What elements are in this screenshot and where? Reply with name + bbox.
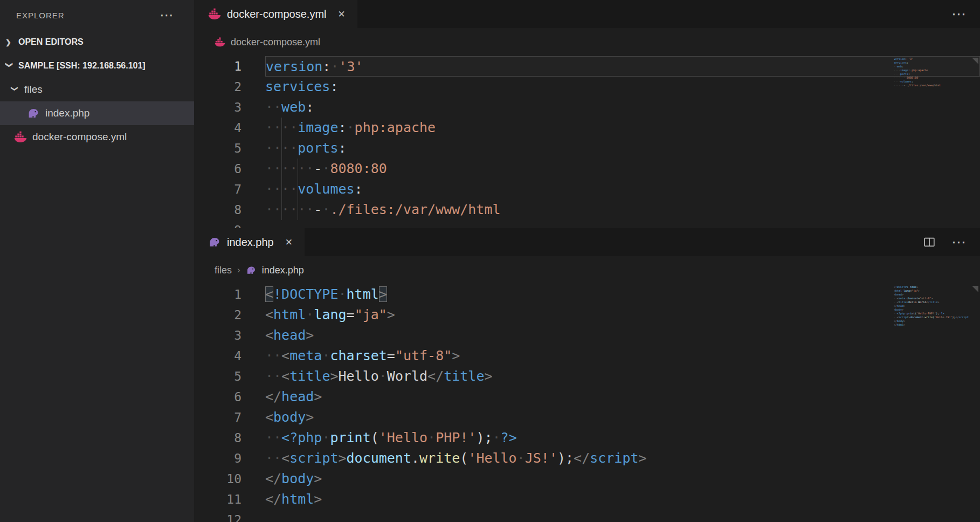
- tab-index-php[interactable]: index.php ✕: [194, 228, 305, 256]
- code-token: script: [590, 450, 638, 466]
- code-token: ·: [322, 161, 330, 176]
- code-token: Hello: [339, 368, 379, 384]
- code-token: -: [314, 161, 322, 176]
- minimap-line: ··web:: [894, 65, 969, 68]
- code-text: version:·'3': [265, 56, 980, 77]
- editor-actions: ⋯: [951, 0, 966, 28]
- code-token: 8080:80: [330, 161, 387, 176]
- code-token: lang: [314, 307, 346, 322]
- minimap[interactable]: <!DOCTYPE·html><html·lang="ja"><head>··<…: [894, 285, 969, 331]
- code-token: print: [330, 430, 370, 445]
- code-line[interactable]: 5··<title>Hello·World</title>: [194, 366, 980, 387]
- line-number: 1: [194, 284, 241, 305]
- code-token: ·: [322, 202, 330, 217]
- code-line[interactable]: 8······-·./files:/var/www/html: [194, 200, 980, 220]
- code-text: <!DOCTYPE·html>: [265, 284, 980, 305]
- code-line[interactable]: 10</body>: [194, 469, 980, 489]
- code-token: <: [281, 450, 289, 466]
- workspace-root-section-header[interactable]: ❯ SAMPLE [SSH: 192.168.56.101]: [0, 54, 194, 78]
- breadcrumb-separator-icon: ›: [237, 265, 240, 276]
- open-editors-section-header[interactable]: ❯ OPEN EDITORS: [0, 30, 194, 54]
- code-line[interactable]: 1version:·'3': [194, 56, 980, 77]
- line-number: 6: [194, 159, 241, 179]
- code-token: -: [314, 202, 322, 217]
- code-lines: 1version:·'3'2services:3··web:4····image…: [194, 56, 980, 228]
- code-token: >: [338, 450, 346, 466]
- minimap-line: <head>: [894, 293, 969, 297]
- explorer-more-icon[interactable]: ⋯: [160, 8, 174, 22]
- code-token: ?>: [501, 430, 517, 445]
- open-editors-label: OPEN EDITORS: [18, 37, 84, 47]
- code-line[interactable]: 12: [194, 510, 980, 522]
- code-token: ports: [298, 140, 338, 156]
- close-icon[interactable]: ✕: [285, 237, 293, 248]
- minimap-line: ······-·./files:/var/www/html: [894, 84, 969, 87]
- more-actions-icon[interactable]: ⋯: [951, 7, 966, 22]
- code-token: script: [289, 450, 338, 466]
- code-text: <body>: [265, 407, 980, 428]
- chevron-down-icon: ❯: [11, 86, 19, 94]
- code-token: html: [273, 307, 306, 322]
- tree-item-files-folder[interactable]: ❯ files: [0, 78, 194, 101]
- code-token: ·: [322, 348, 330, 363]
- code-text: </body>: [265, 469, 980, 489]
- code-token: </: [427, 368, 444, 384]
- chevron-down-icon: ❯: [5, 62, 13, 70]
- minimap-line: ··<meta·charset="utf-8">: [894, 297, 969, 300]
- code-line[interactable]: 9··<script>document.write('Hello·JS!');<…: [194, 448, 980, 469]
- code-token: write: [419, 450, 460, 466]
- breadcrumb-item-folder[interactable]: files: [215, 265, 232, 276]
- docker-whale-icon: [208, 8, 221, 20]
- code-token: ··: [265, 450, 281, 466]
- code-line[interactable]: 1<!DOCTYPE·html>: [194, 284, 980, 305]
- code-token: ·: [306, 307, 314, 322]
- code-token: ··: [265, 348, 281, 363]
- code-token: :: [355, 181, 363, 197]
- breadcrumb-item-file[interactable]: index.php: [262, 265, 304, 276]
- line-number: 10: [194, 469, 241, 489]
- code-line[interactable]: 4··<meta·charset="utf-8">: [194, 346, 980, 366]
- code-line[interactable]: 8··<?php·print('Hello·PHP!');·?>: [194, 428, 980, 448]
- php-elephant-icon: [208, 236, 221, 249]
- code-token: >: [306, 327, 314, 343]
- code-line[interactable]: 2services:: [194, 77, 980, 97]
- tree-item-docker-compose[interactable]: docker-compose.yml: [0, 125, 194, 149]
- line-number: 1: [194, 56, 241, 77]
- code-line[interactable]: 7····volumes:: [194, 179, 980, 200]
- code-token: >: [306, 409, 314, 425]
- code-token: version: [266, 59, 322, 74]
- code-line[interactable]: 2<html·lang="ja">: [194, 305, 980, 325]
- code-token: ): [476, 430, 484, 445]
- minimap-line: ··<script>document.write('Hello·JS!');</…: [894, 315, 969, 319]
- more-actions-icon[interactable]: ⋯: [951, 235, 966, 250]
- line-number: 2: [194, 305, 241, 325]
- code-line[interactable]: 5····ports:: [194, 138, 980, 159]
- code-line[interactable]: 6</head>: [194, 387, 980, 407]
- code-line[interactable]: 7<body>: [194, 407, 980, 428]
- line-number: 5: [194, 138, 241, 159]
- code-line[interactable]: 11</html>: [194, 489, 980, 510]
- split-editor-icon[interactable]: [923, 236, 935, 248]
- code-token: </: [265, 491, 281, 507]
- tree-item-label: index.php: [45, 107, 89, 119]
- code-editor-docker-compose[interactable]: 1version:·'3'2services:3··web:4····image…: [194, 56, 980, 228]
- minimap-line: [894, 87, 969, 91]
- code-token: World: [387, 368, 427, 384]
- tab-docker-compose-yml[interactable]: docker-compose.yml ✕: [194, 0, 357, 28]
- breadcrumb-item-file[interactable]: docker-compose.yml: [231, 37, 320, 48]
- code-line[interactable]: 6······-·8080:80: [194, 159, 980, 179]
- code-token: '3': [339, 59, 363, 74]
- minimap[interactable]: version:·'3'services:··web:····image:·ph…: [894, 57, 969, 91]
- code-token: 'Hello: [379, 430, 427, 445]
- code-editor-index-php[interactable]: 1<!DOCTYPE·html>2<html·lang="ja">3<head>…: [194, 284, 980, 522]
- code-line[interactable]: 3<head>: [194, 325, 980, 346]
- code-line[interactable]: 9: [194, 220, 980, 228]
- line-number: 7: [194, 407, 241, 428]
- tree-item-index-php[interactable]: index.php: [0, 101, 194, 125]
- code-line[interactable]: 3··web:: [194, 97, 980, 118]
- code-line[interactable]: 4····image:·php:apache: [194, 118, 980, 138]
- code-token: html: [347, 286, 379, 302]
- tree-item-label: files: [24, 84, 43, 95]
- close-icon[interactable]: ✕: [338, 9, 346, 20]
- php-elephant-icon: [27, 107, 40, 120]
